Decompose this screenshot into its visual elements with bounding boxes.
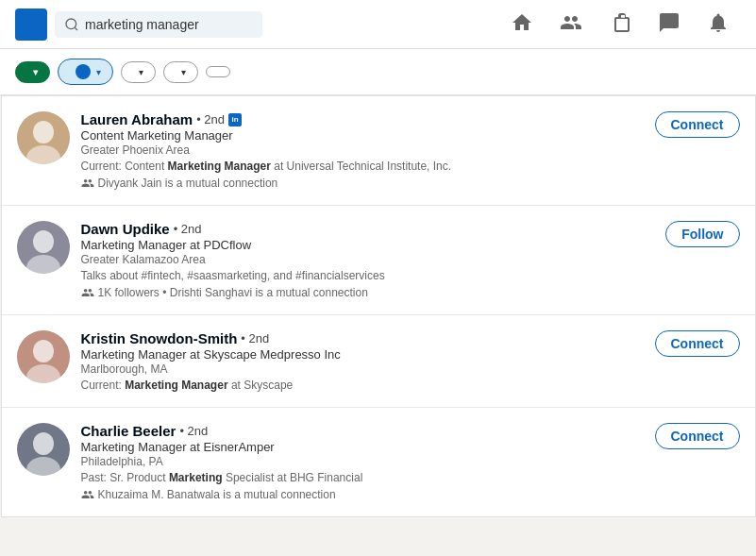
header <box>0 0 756 49</box>
linkedin-badge: in <box>228 113 242 126</box>
nav-network[interactable] <box>548 8 594 42</box>
person-detail: Past: Sr. Product Marketing Specialist a… <box>81 471 644 484</box>
mutual-icon <box>81 488 94 501</box>
person-location: Greater Phoenix Area <box>81 143 644 157</box>
person-info-1: Lauren Abraham • 2nd in Content Marketin… <box>81 111 644 190</box>
person-detail: Current: Content Marketing Manager at Un… <box>81 160 644 173</box>
avatar-4 <box>17 423 70 476</box>
bell-icon <box>707 11 730 34</box>
degree-badge: • 2nd <box>241 331 269 345</box>
company-chevron-icon: ▾ <box>181 67 186 77</box>
search-input[interactable] <box>85 17 253 32</box>
person-info-4: Charlie Beeler • 2nd Marketing Manager a… <box>81 423 644 501</box>
nav-notifications[interactable] <box>696 8 741 42</box>
person-card-1: Lauren Abraham • 2nd in Content Marketin… <box>2 96 755 206</box>
current-company-filter-btn[interactable]: ▾ <box>163 61 198 83</box>
search-icon <box>64 17 79 32</box>
person-title: Marketing Manager at PDCflow <box>81 238 655 252</box>
svg-point-12 <box>33 432 54 455</box>
jobs-icon <box>609 11 631 34</box>
action-area: Connect <box>655 423 740 449</box>
person-info-2: Dawn Updike • 2nd Marketing Manager at P… <box>81 221 655 299</box>
person-name: Kristin Snowdon-Smith • 2nd <box>81 330 644 346</box>
nav-jobs[interactable] <box>597 8 643 42</box>
mutual-icon <box>81 286 94 299</box>
person-location: Greater Kalamazoo Area <box>81 253 655 266</box>
svg-point-3 <box>33 121 54 143</box>
mutual-connection: Divyank Jain is a mutual connection <box>81 177 644 190</box>
filter-bar: ▾ ▾ ▾ ▾ <box>0 49 756 95</box>
connections-chevron-icon: ▾ <box>139 67 143 77</box>
people-filter-btn[interactable]: ▾ <box>15 61 50 83</box>
mutual-connection: Khuzaima M. Banatwala is a mutual connec… <box>81 488 644 501</box>
connect-button[interactable]: Connect <box>655 423 740 449</box>
person-name: Charlie Beeler • 2nd <box>81 423 644 439</box>
action-area: Connect <box>655 330 740 357</box>
avatar-3 <box>17 330 70 383</box>
people-chevron-icon: ▾ <box>33 67 38 77</box>
us-chevron-icon: ▾ <box>96 67 101 77</box>
person-title: Marketing Manager at EisnerAmper <box>81 440 644 454</box>
linkedin-logo <box>15 8 47 41</box>
us-filter-btn[interactable]: ▾ <box>58 59 113 85</box>
degree-badge: • 2nd <box>174 222 202 236</box>
connections-filter-btn[interactable]: ▾ <box>121 61 156 83</box>
network-icon <box>560 11 582 34</box>
person-name: Dawn Updike • 2nd <box>81 221 655 237</box>
top-nav <box>499 8 741 42</box>
results-container: Lauren Abraham • 2nd in Content Marketin… <box>1 95 756 517</box>
follow-button[interactable]: Follow <box>665 221 739 247</box>
main-content: Lauren Abraham • 2nd in Content Marketin… <box>1 95 756 517</box>
home-icon <box>511 11 533 34</box>
svg-point-9 <box>33 340 54 362</box>
person-info-3: Kristin Snowdon-Smith • 2nd Marketing Ma… <box>81 330 644 392</box>
mutual-icon <box>81 177 94 190</box>
svg-point-6 <box>33 230 54 253</box>
mutual-connection: 1K followers • Drishti Sanghavi is a mut… <box>81 286 655 299</box>
person-location: Philadelphia, PA <box>81 455 644 468</box>
person-title: Content Marketing Manager <box>81 128 644 143</box>
person-card-3: Kristin Snowdon-Smith • 2nd Marketing Ma… <box>2 315 755 408</box>
all-filters-btn[interactable] <box>206 66 230 77</box>
reset-btn[interactable] <box>238 67 245 76</box>
person-title: Marketing Manager at Skyscape Medpresso … <box>81 347 644 362</box>
person-card-2: Dawn Updike • 2nd Marketing Manager at P… <box>2 206 755 315</box>
connect-button[interactable]: Connect <box>655 111 740 138</box>
person-location: Marlborough, MA <box>81 362 644 376</box>
nav-messaging[interactable] <box>647 8 692 42</box>
action-area: Connect <box>655 111 740 138</box>
person-name: Lauren Abraham • 2nd in <box>81 111 644 127</box>
avatar-1 <box>17 111 70 164</box>
person-card-4: Charlie Beeler • 2nd Marketing Manager a… <box>2 408 755 516</box>
nav-home[interactable] <box>499 8 545 42</box>
person-detail: Talks about #fintech, #saasmarketing, an… <box>81 269 655 282</box>
person-detail: Current: Marketing Manager at Skyscape <box>81 379 644 392</box>
degree-badge: • 2nd <box>196 112 225 126</box>
avatar-2 <box>17 221 70 274</box>
svg-line-1 <box>75 27 77 30</box>
connect-button[interactable]: Connect <box>655 330 740 357</box>
messaging-icon <box>658 11 680 34</box>
search-bar[interactable] <box>55 11 262 38</box>
svg-point-0 <box>66 19 76 29</box>
degree-badge: • 2nd <box>179 424 208 438</box>
action-area: Follow <box>665 221 739 247</box>
